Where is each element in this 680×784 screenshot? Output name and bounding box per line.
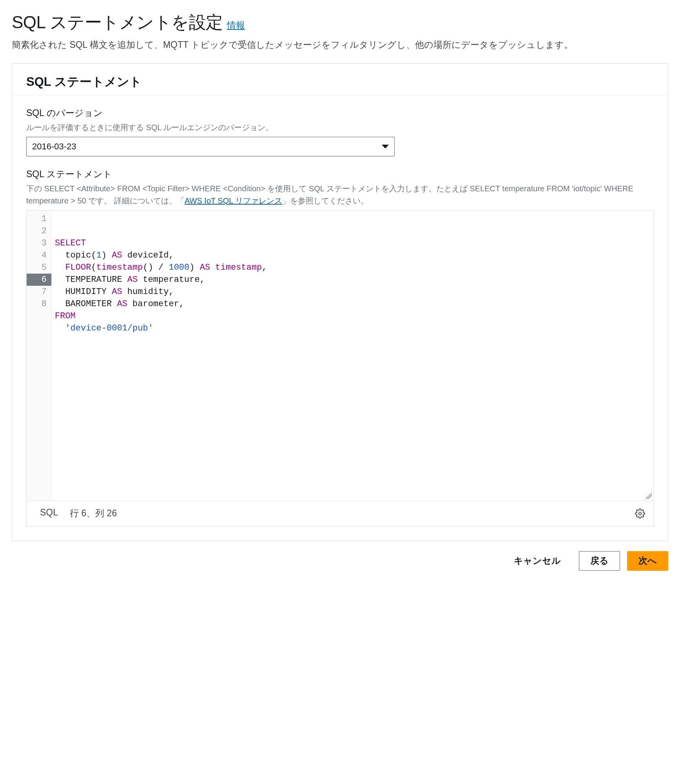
page-header: SQL ステートメントを設定 情報 簡素化された SQL 構文を追加して、MQT… (12, 11, 668, 52)
card-header: SQL ステートメント (12, 64, 668, 95)
sql-statement-hint: 下の SELECT <Attribute> FROM <Topic Filter… (26, 183, 654, 207)
back-button[interactable]: 戻る (579, 551, 620, 571)
sql-version-select[interactable]: 2016-03-23 (26, 137, 395, 156)
sql-version-label: SQL のバージョン (26, 107, 654, 119)
editor-cursor-position: 行 6、列 26 (70, 507, 117, 519)
chevron-down-icon (382, 145, 389, 149)
sql-version-hint: ルールを評価するときに使用する SQL ルールエンジンのバージョン。 (26, 122, 654, 134)
card-title: SQL ステートメント (26, 74, 654, 90)
line-number: 7 (27, 286, 51, 298)
line-number: 2 (27, 225, 51, 237)
svg-point-0 (639, 512, 642, 515)
code-line[interactable]: 'device-0001/pub' (55, 322, 649, 334)
editor-gutter: 12345678 (27, 211, 52, 501)
line-number: 4 (27, 249, 51, 261)
line-number: 8 (27, 298, 51, 310)
sql-card: SQL ステートメント SQL のバージョン ルールを評価するときに使用する S… (12, 63, 668, 541)
sql-version-value: 2016-03-23 (32, 142, 76, 152)
sql-version-field: SQL のバージョン ルールを評価するときに使用する SQL ルールエンジンのバ… (26, 107, 654, 156)
code-line[interactable]: BAROMETER AS barometer, (55, 298, 649, 310)
code-line[interactable]: HUMIDITY AS humidity, (55, 286, 649, 298)
editor-lang: SQL (40, 507, 58, 519)
resize-handle-icon[interactable] (645, 492, 652, 499)
sql-reference-link[interactable]: AWS IoT SQL リファレンス (185, 196, 282, 205)
page-subtitle: 簡素化された SQL 構文を追加して、MQTT トピックで受信したメッセージをフ… (12, 38, 668, 52)
info-link[interactable]: 情報 (227, 19, 245, 31)
editor-status-bar: SQL 行 6、列 26 (27, 501, 653, 526)
code-line[interactable]: topic(1) AS deviceId, (55, 249, 649, 261)
line-number: 1 (27, 213, 51, 225)
page-title: SQL ステートメントを設定 (12, 11, 223, 34)
sql-statement-label: SQL ステートメント (26, 168, 654, 180)
gear-icon (635, 508, 645, 519)
code-line[interactable]: TEMPERATURE AS temperature, (55, 274, 649, 286)
editor-code[interactable]: SELECT topic(1) AS deviceId, FLOOR(times… (52, 211, 653, 501)
cancel-button[interactable]: キャンセル (503, 551, 572, 571)
line-number: 5 (27, 261, 51, 274)
editor-settings-button[interactable] (632, 506, 648, 521)
code-line[interactable]: SELECT (55, 237, 649, 249)
sql-statement-field: SQL ステートメント 下の SELECT <Attribute> FROM <… (26, 168, 654, 526)
action-row: キャンセル 戻る 次へ (12, 551, 668, 571)
code-line[interactable]: FLOOR(timestamp() / 1000) AS timestamp, (55, 261, 649, 274)
line-number: 3 (27, 237, 51, 249)
sql-editor: 12345678 SELECT topic(1) AS deviceId, FL… (26, 210, 654, 526)
code-line[interactable]: FROM (55, 310, 649, 322)
next-button[interactable]: 次へ (627, 551, 668, 571)
line-number: 6 (27, 274, 51, 286)
sql-hint-suffix: 」を参照してください。 (282, 196, 368, 205)
